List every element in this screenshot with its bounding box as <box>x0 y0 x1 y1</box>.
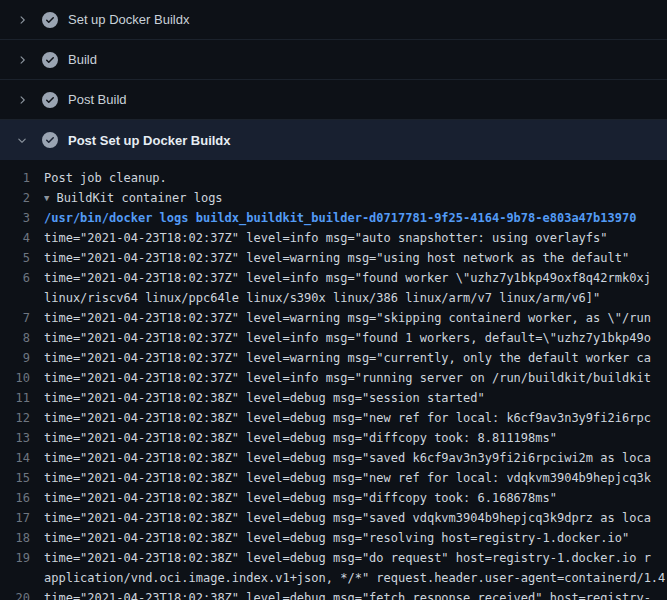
log-line: 6 time="2021-04-23T18:02:37Z" level=info… <box>0 268 667 288</box>
log-panel: 1 Post job cleanup. 2 ▼BuildKit containe… <box>0 160 667 600</box>
step-row[interactable]: Post Set up Docker Buildx <box>0 120 667 160</box>
log-text: time="2021-04-23T18:02:38Z" level=debug … <box>44 448 667 468</box>
check-circle-icon <box>42 132 58 148</box>
chevron-right-icon[interactable] <box>14 12 30 28</box>
step-row[interactable]: Set up Docker Buildx <box>0 0 667 40</box>
line-number[interactable]: 3 <box>0 208 44 228</box>
line-number[interactable]: 17 <box>0 508 44 528</box>
log-text: time="2021-04-23T18:02:38Z" level=debug … <box>44 388 667 408</box>
log-line: 3 /usr/bin/docker logs buildx_buildkit_b… <box>0 208 667 228</box>
log-line: 20 time="2021-04-23T18:02:38Z" level=deb… <box>0 588 667 600</box>
step-row[interactable]: Build <box>0 40 667 80</box>
log-text: time="2021-04-23T18:02:38Z" level=debug … <box>44 548 667 568</box>
log-line: 19 time="2021-04-23T18:02:38Z" level=deb… <box>0 548 667 568</box>
line-number[interactable]: 7 <box>0 308 44 328</box>
log-line: 12 time="2021-04-23T18:02:38Z" level=deb… <box>0 408 667 428</box>
log-text: time="2021-04-23T18:02:38Z" level=debug … <box>44 488 667 508</box>
log-text: Post job cleanup. <box>44 168 667 188</box>
log-line: 5 time="2021-04-23T18:02:37Z" level=warn… <box>0 248 667 268</box>
line-number[interactable]: 1 <box>0 168 44 188</box>
line-number[interactable]: 16 <box>0 488 44 508</box>
log-text: time="2021-04-23T18:02:38Z" level=debug … <box>44 428 667 448</box>
log-line: 17 time="2021-04-23T18:02:38Z" level=deb… <box>0 508 667 528</box>
log-text: time="2021-04-23T18:02:37Z" level=info m… <box>44 268 667 288</box>
line-number[interactable]: 9 <box>0 348 44 368</box>
log-text: linux/riscv64 linux/ppc64le linux/s390x … <box>44 288 667 308</box>
check-circle-icon <box>42 92 58 108</box>
actions-log-viewer: Set up Docker Buildx Build Post Build <box>0 0 667 600</box>
line-number[interactable]: 5 <box>0 248 44 268</box>
steps-list: Set up Docker Buildx Build Post Build <box>0 0 667 160</box>
step-label: Post Set up Docker Buildx <box>68 133 231 148</box>
line-number[interactable]: 11 <box>0 388 44 408</box>
log-text: time="2021-04-23T18:02:38Z" level=debug … <box>44 588 667 600</box>
log-line: 10 time="2021-04-23T18:02:37Z" level=inf… <box>0 368 667 388</box>
line-number[interactable]: 15 <box>0 468 44 488</box>
log-text: time="2021-04-23T18:02:38Z" level=debug … <box>44 468 667 488</box>
log-line: 15 time="2021-04-23T18:02:38Z" level=deb… <box>0 468 667 488</box>
step-label: Build <box>68 52 97 67</box>
log-line: 7 time="2021-04-23T18:02:37Z" level=warn… <box>0 308 667 328</box>
log-text: application/vnd.oci.image.index.v1+json,… <box>44 568 667 588</box>
line-number[interactable]: 4 <box>0 228 44 248</box>
log-text: time="2021-04-23T18:02:37Z" level=warnin… <box>44 308 667 328</box>
line-number[interactable]: 12 <box>0 408 44 428</box>
log-line[interactable]: 2 ▼BuildKit container logs <box>0 188 667 208</box>
log-line: 9 time="2021-04-23T18:02:37Z" level=warn… <box>0 348 667 368</box>
log-line: 16 time="2021-04-23T18:02:38Z" level=deb… <box>0 488 667 508</box>
log-text: time="2021-04-23T18:02:38Z" level=debug … <box>44 508 667 528</box>
line-number[interactable]: 19 <box>0 548 44 568</box>
line-number[interactable]: 2 <box>0 188 44 208</box>
line-number[interactable]: 6 <box>0 268 44 288</box>
log-line: application/vnd.oci.image.index.v1+json,… <box>0 568 667 588</box>
log-text: time="2021-04-23T18:02:37Z" level=info m… <box>44 368 667 388</box>
log-text: time="2021-04-23T18:02:38Z" level=debug … <box>44 408 667 428</box>
log-line: 1 Post job cleanup. <box>0 168 667 188</box>
check-circle-icon <box>42 52 58 68</box>
chevron-right-icon[interactable] <box>14 92 30 108</box>
log-line: 11 time="2021-04-23T18:02:38Z" level=deb… <box>0 388 667 408</box>
log-line: 18 time="2021-04-23T18:02:38Z" level=deb… <box>0 528 667 548</box>
log-line: 14 time="2021-04-23T18:02:38Z" level=deb… <box>0 448 667 468</box>
log-text: time="2021-04-23T18:02:37Z" level=warnin… <box>44 348 667 368</box>
log-text: ▼BuildKit container logs <box>44 188 667 208</box>
log-text: time="2021-04-23T18:02:37Z" level=warnin… <box>44 248 667 268</box>
check-circle-icon <box>42 12 58 28</box>
step-label: Set up Docker Buildx <box>68 12 189 27</box>
chevron-down-icon[interactable] <box>14 132 30 148</box>
log-text: /usr/bin/docker logs buildx_buildkit_bui… <box>44 208 667 228</box>
line-number <box>0 288 44 308</box>
chevron-right-icon[interactable] <box>14 52 30 68</box>
line-number[interactable]: 10 <box>0 368 44 388</box>
group-toggle-icon[interactable]: ▼ <box>44 188 49 208</box>
log-line: linux/riscv64 linux/ppc64le linux/s390x … <box>0 288 667 308</box>
line-number <box>0 568 44 588</box>
log-text: time="2021-04-23T18:02:37Z" level=info m… <box>44 328 667 348</box>
line-number[interactable]: 20 <box>0 588 44 600</box>
log-line: 8 time="2021-04-23T18:02:37Z" level=info… <box>0 328 667 348</box>
log-line: 13 time="2021-04-23T18:02:38Z" level=deb… <box>0 428 667 448</box>
step-label: Post Build <box>68 92 127 107</box>
line-number[interactable]: 14 <box>0 448 44 468</box>
log-text: time="2021-04-23T18:02:37Z" level=info m… <box>44 228 667 248</box>
line-number[interactable]: 8 <box>0 328 44 348</box>
step-row[interactable]: Post Build <box>0 80 667 120</box>
line-number[interactable]: 13 <box>0 428 44 448</box>
log-text: time="2021-04-23T18:02:38Z" level=debug … <box>44 528 667 548</box>
line-number[interactable]: 18 <box>0 528 44 548</box>
log-line: 4 time="2021-04-23T18:02:37Z" level=info… <box>0 228 667 248</box>
